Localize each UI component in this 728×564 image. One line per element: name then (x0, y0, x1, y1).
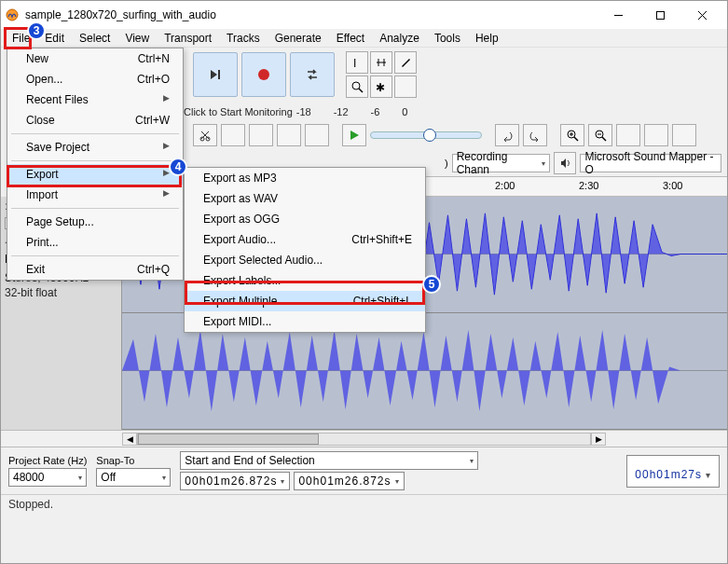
menu-export-audio[interactable]: Export Audio...Ctrl+Shift+E (185, 229, 425, 250)
menu-export-labels[interactable]: Export Labels... (185, 270, 425, 291)
export-submenu: Export as MP3 Export as WAV Export as OG… (184, 167, 426, 333)
window-title: sample_1280x720_surfing_with_audio (25, 8, 598, 21)
silence-icon[interactable] (305, 124, 329, 146)
playback-speed-slider[interactable] (370, 131, 482, 139)
loop-button[interactable] (290, 52, 335, 97)
menu-help[interactable]: Help (468, 30, 506, 47)
track-bitdepth: 32-bit float (5, 286, 117, 301)
menu-effect[interactable]: Effect (329, 30, 372, 47)
svg-text:I: I (353, 57, 356, 69)
undo-icon[interactable] (495, 124, 519, 146)
trim-icon[interactable] (277, 124, 301, 146)
menu-export-mp3[interactable]: Export as MP3 (185, 168, 425, 188)
svg-line-14 (574, 137, 578, 141)
menu-recent-files[interactable]: Recent Files▶ (7, 89, 183, 110)
selection-tool-icon[interactable]: I (346, 51, 368, 74)
zoom-tool-icon[interactable] (346, 76, 368, 98)
horizontal-scrollbar[interactable]: ◀ ▶ (1, 430, 727, 447)
meter-tick: 0 (402, 106, 407, 117)
timeshift-tool-icon[interactable]: ✱ (370, 76, 392, 98)
fit-project-icon[interactable] (644, 124, 668, 146)
svg-rect-5 (218, 70, 220, 79)
snap-to-label: Snap-To (96, 455, 171, 466)
menu-print[interactable]: Print... (7, 232, 183, 253)
menu-close[interactable]: CloseCtrl+W (7, 110, 183, 131)
menu-export-wav[interactable]: Export as WAV (185, 188, 425, 209)
annotation-badge-3: 3 (27, 21, 46, 40)
menu-export[interactable]: Export▶ (7, 164, 183, 185)
menu-tools[interactable]: Tools (427, 30, 468, 47)
menu-select[interactable]: Select (72, 30, 117, 47)
ruler-tick: 2:30 (579, 180, 598, 191)
minimize-button[interactable] (598, 2, 639, 28)
status-bar: Stopped. (1, 494, 727, 513)
multi-tool-icon[interactable] (394, 76, 417, 98)
status-text: Stopped. (8, 498, 53, 511)
app-icon (5, 7, 20, 22)
selection-toolbar: Project Rate (Hz) 48000▾ Snap-To Off▾ St… (1, 447, 727, 494)
project-rate-label: Project Rate (Hz) (8, 455, 87, 466)
selection-start[interactable]: 00h01m26.872s▾ (180, 472, 290, 490)
menu-analyze[interactable]: Analyze (372, 30, 427, 47)
menu-save-project[interactable]: Save Project▶ (7, 137, 183, 158)
skip-end-button[interactable] (193, 52, 238, 97)
copy-icon[interactable] (221, 124, 245, 146)
menu-export-ogg[interactable]: Export as OGG (185, 209, 425, 229)
menu-exit[interactable]: ExitCtrl+Q (7, 259, 183, 280)
ruler-tick: 2:00 (495, 180, 515, 191)
selection-end[interactable]: 00h01m26.872s▾ (294, 472, 404, 490)
svg-line-9 (359, 89, 363, 92)
svg-point-0 (7, 9, 18, 21)
annotation-badge-4: 4 (169, 158, 187, 176)
menu-open[interactable]: Open...Ctrl+O (7, 69, 183, 89)
meter-tick: -12 (334, 106, 349, 117)
svg-point-8 (352, 82, 360, 89)
zoom-out-icon[interactable] (588, 124, 612, 146)
annotation-badge-5: 5 (422, 275, 441, 294)
menu-bar: File Edit Select View Transport Tracks G… (1, 29, 727, 48)
meter-tick: -18 (296, 106, 311, 117)
project-rate-select[interactable]: 48000▾ (8, 468, 87, 487)
close-button[interactable] (681, 2, 723, 28)
title-bar: sample_1280x720_surfing_with_audio (1, 1, 727, 29)
draw-tool-icon[interactable] (394, 51, 417, 74)
recording-channels-select[interactable]: Recording Chann▾ (452, 154, 550, 172)
menu-import[interactable]: Import▶ (7, 185, 183, 205)
svg-line-18 (602, 137, 606, 141)
menu-export-midi[interactable]: Export MIDI... (185, 311, 425, 332)
zoom-in-icon[interactable] (560, 124, 584, 146)
menu-page-setup[interactable]: Page Setup... (7, 212, 183, 232)
redo-icon[interactable] (523, 124, 547, 146)
menu-new[interactable]: NewCtrl+N (7, 48, 183, 69)
selection-mode-select[interactable]: Start and End of Selection▾ (180, 451, 478, 470)
cut-icon[interactable] (193, 124, 217, 146)
maximize-button[interactable] (639, 2, 681, 28)
svg-rect-2 (657, 11, 665, 19)
play-button[interactable] (342, 124, 366, 146)
fit-selection-icon[interactable] (616, 124, 640, 146)
envelope-tool-icon[interactable] (370, 51, 392, 74)
meter-tick: -6 (371, 106, 380, 117)
svg-point-6 (258, 69, 269, 80)
record-button[interactable] (241, 52, 286, 97)
snap-to-select[interactable]: Off▾ (96, 468, 171, 487)
menu-transport[interactable]: Transport (157, 30, 219, 47)
menu-generate[interactable]: Generate (268, 30, 329, 47)
file-menu-dropdown: NewCtrl+N Open...Ctrl+O Recent Files▶ Cl… (7, 48, 184, 281)
menu-export-selected[interactable]: Export Selected Audio... (185, 250, 425, 270)
menu-tracks[interactable]: Tracks (219, 30, 268, 47)
zoom-toggle-icon[interactable] (672, 124, 696, 146)
svg-text:✱: ✱ (376, 81, 385, 93)
menu-view[interactable]: View (117, 30, 157, 47)
menu-export-multiple[interactable]: Export Multiple...Ctrl+Shift+L (185, 291, 425, 311)
ruler-tick: 3:00 (663, 180, 682, 191)
rec-meter-hint[interactable]: Click to Start Monitoring (184, 106, 293, 117)
paste-icon[interactable] (249, 124, 273, 146)
audio-position[interactable]: 00h01m27s▾ (626, 455, 720, 488)
speaker-icon[interactable] (554, 152, 577, 174)
playback-device-select[interactable]: Microsoft Sound Mapper - O (580, 154, 721, 172)
